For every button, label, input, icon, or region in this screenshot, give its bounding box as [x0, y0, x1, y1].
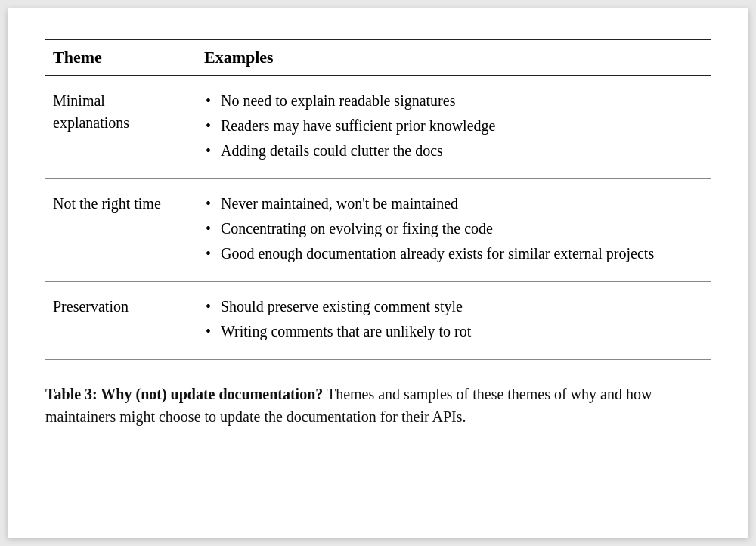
list-item: Readers may have sufficient prior knowle… [204, 115, 699, 137]
table-row: Minimal explanationsNo need to explain r… [45, 76, 711, 179]
bullet-list-2: Should preserve existing comment styleWr… [204, 296, 699, 343]
theme-header: Theme [45, 39, 197, 76]
list-item: Should preserve existing comment style [204, 296, 699, 318]
caption-bold: Table 3: Why (not) update documentation? [45, 386, 323, 402]
page: Theme Examples Minimal explanationsNo ne… [8, 8, 748, 538]
list-item: No need to explain readable signatures [204, 90, 699, 112]
list-item: Never maintained, won't be maintained [204, 193, 699, 215]
examples-cell-1: Never maintained, won't be maintainedCon… [197, 179, 711, 282]
list-item: Writing comments that are unlikely to ro… [204, 321, 699, 343]
main-table: Theme Examples Minimal explanationsNo ne… [45, 39, 711, 360]
table-row: Not the right timeNever maintained, won'… [45, 179, 711, 282]
bullet-list-0: No need to explain readable signaturesRe… [204, 90, 699, 162]
examples-cell-2: Should preserve existing comment styleWr… [197, 282, 711, 360]
theme-cell-1: Not the right time [45, 179, 197, 282]
theme-cell-2: Preservation [45, 282, 197, 360]
bullet-list-1: Never maintained, won't be maintainedCon… [204, 193, 699, 265]
table-row: PreservationShould preserve existing com… [45, 282, 711, 360]
table-caption: Table 3: Why (not) update documentation?… [45, 383, 711, 428]
examples-header: Examples [197, 39, 711, 76]
list-item: Adding details could clutter the docs [204, 140, 699, 162]
list-item: Concentrating on evolving or fixing the … [204, 218, 699, 240]
list-item: Good enough documentation already exists… [204, 243, 699, 265]
examples-cell-0: No need to explain readable signaturesRe… [197, 76, 711, 179]
theme-cell-0: Minimal explanations [45, 76, 197, 179]
table-header-row: Theme Examples [45, 39, 711, 76]
